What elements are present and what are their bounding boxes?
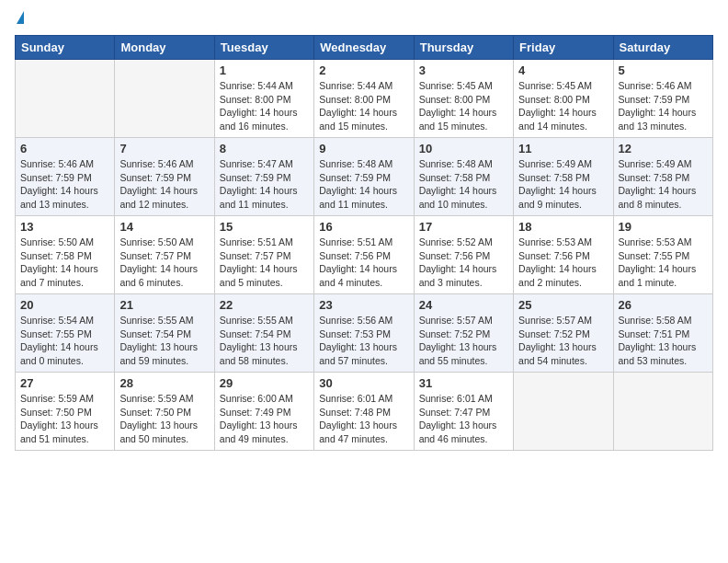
calendar-day-cell: 27Sunrise: 5:59 AM Sunset: 7:50 PM Dayli…: [16, 373, 115, 451]
calendar-weekday-header: Friday: [514, 36, 613, 60]
day-number: 4: [518, 63, 608, 77]
day-info: Sunrise: 5:46 AM Sunset: 7:59 PM Dayligh…: [20, 157, 109, 212]
calendar-weekday-header: Wednesday: [314, 36, 414, 60]
day-number: 15: [220, 220, 309, 234]
calendar-week-row: 20Sunrise: 5:54 AM Sunset: 7:55 PM Dayli…: [16, 294, 713, 373]
day-number: 25: [518, 298, 608, 312]
calendar-day-cell: 26Sunrise: 5:58 AM Sunset: 7:51 PM Dayli…: [613, 294, 712, 373]
calendar-day-cell: 20Sunrise: 5:54 AM Sunset: 7:55 PM Dayli…: [16, 294, 115, 373]
day-number: 13: [20, 220, 109, 234]
day-number: 16: [319, 220, 408, 234]
logo-icon: [17, 11, 24, 24]
day-info: Sunrise: 5:49 AM Sunset: 7:58 PM Dayligh…: [619, 157, 708, 212]
day-number: 23: [319, 298, 408, 312]
day-info: Sunrise: 5:45 AM Sunset: 8:00 PM Dayligh…: [518, 79, 608, 133]
calendar-day-cell: 23Sunrise: 5:56 AM Sunset: 7:53 PM Dayli…: [314, 294, 414, 373]
day-number: 30: [319, 376, 408, 390]
day-info: Sunrise: 5:51 AM Sunset: 7:56 PM Dayligh…: [319, 236, 408, 290]
day-info: Sunrise: 6:00 AM Sunset: 7:49 PM Dayligh…: [220, 392, 309, 446]
day-number: 3: [419, 63, 508, 77]
calendar-day-cell: 24Sunrise: 5:57 AM Sunset: 7:52 PM Dayli…: [414, 294, 513, 373]
day-number: 11: [518, 142, 608, 155]
day-number: 17: [419, 220, 508, 234]
day-info: Sunrise: 5:50 AM Sunset: 7:58 PM Dayligh…: [20, 236, 109, 290]
calendar-day-cell: [514, 373, 613, 451]
calendar-day-cell: 21Sunrise: 5:55 AM Sunset: 7:54 PM Dayli…: [115, 294, 214, 373]
day-number: 1: [220, 63, 309, 77]
calendar-day-cell: 25Sunrise: 5:57 AM Sunset: 7:52 PM Dayli…: [514, 294, 613, 373]
calendar-day-cell: 31Sunrise: 6:01 AM Sunset: 7:47 PM Dayli…: [414, 373, 513, 451]
day-info: Sunrise: 5:54 AM Sunset: 7:55 PM Dayligh…: [20, 314, 109, 368]
calendar-day-cell: 8Sunrise: 5:47 AM Sunset: 7:59 PM Daylig…: [214, 138, 313, 216]
calendar-day-cell: 18Sunrise: 5:53 AM Sunset: 7:56 PM Dayli…: [514, 216, 613, 294]
day-info: Sunrise: 5:44 AM Sunset: 8:00 PM Dayligh…: [319, 79, 408, 133]
day-info: Sunrise: 5:44 AM Sunset: 8:00 PM Dayligh…: [220, 79, 309, 133]
day-number: 31: [419, 376, 508, 390]
calendar-weekday-header: Monday: [115, 36, 214, 60]
calendar-day-cell: 10Sunrise: 5:48 AM Sunset: 7:58 PM Dayli…: [414, 138, 513, 216]
calendar-day-cell: 1Sunrise: 5:44 AM Sunset: 8:00 PM Daylig…: [214, 60, 313, 138]
calendar-day-cell: [16, 60, 115, 138]
day-info: Sunrise: 6:01 AM Sunset: 7:48 PM Dayligh…: [319, 392, 408, 446]
calendar-body: 1Sunrise: 5:44 AM Sunset: 8:00 PM Daylig…: [16, 60, 713, 451]
calendar-day-cell: 19Sunrise: 5:53 AM Sunset: 7:55 PM Dayli…: [613, 216, 712, 294]
day-number: 5: [619, 63, 708, 77]
day-info: Sunrise: 5:59 AM Sunset: 7:50 PM Dayligh…: [20, 392, 109, 446]
day-info: Sunrise: 5:58 AM Sunset: 7:51 PM Dayligh…: [619, 314, 708, 368]
day-number: 18: [518, 220, 608, 234]
calendar-day-cell: 6Sunrise: 5:46 AM Sunset: 7:59 PM Daylig…: [16, 138, 115, 216]
day-number: 10: [419, 142, 508, 155]
day-info: Sunrise: 5:51 AM Sunset: 7:57 PM Dayligh…: [220, 236, 309, 290]
calendar-day-cell: 5Sunrise: 5:46 AM Sunset: 7:59 PM Daylig…: [613, 60, 712, 138]
day-info: Sunrise: 5:46 AM Sunset: 7:59 PM Dayligh…: [119, 157, 209, 212]
day-number: 21: [119, 298, 209, 312]
calendar-week-row: 13Sunrise: 5:50 AM Sunset: 7:58 PM Dayli…: [16, 216, 713, 294]
day-info: Sunrise: 5:48 AM Sunset: 7:59 PM Dayligh…: [319, 157, 408, 212]
calendar-day-cell: 16Sunrise: 5:51 AM Sunset: 7:56 PM Dayli…: [314, 216, 414, 294]
day-info: Sunrise: 5:53 AM Sunset: 7:55 PM Dayligh…: [619, 236, 708, 290]
day-number: 24: [419, 298, 508, 312]
day-number: 12: [619, 142, 708, 155]
day-number: 14: [119, 220, 209, 234]
day-info: Sunrise: 5:55 AM Sunset: 7:54 PM Dayligh…: [119, 314, 209, 368]
calendar-week-row: 1Sunrise: 5:44 AM Sunset: 8:00 PM Daylig…: [16, 60, 713, 138]
calendar-day-cell: 17Sunrise: 5:52 AM Sunset: 7:56 PM Dayli…: [414, 216, 513, 294]
page-header: [15, 15, 713, 28]
day-number: 8: [220, 142, 309, 155]
calendar-day-cell: 7Sunrise: 5:46 AM Sunset: 7:59 PM Daylig…: [115, 138, 214, 216]
day-info: Sunrise: 5:56 AM Sunset: 7:53 PM Dayligh…: [319, 314, 408, 368]
day-number: 22: [220, 298, 309, 312]
day-info: Sunrise: 5:59 AM Sunset: 7:50 PM Dayligh…: [119, 392, 209, 446]
calendar-day-cell: 11Sunrise: 5:49 AM Sunset: 7:58 PM Dayli…: [514, 138, 613, 216]
day-number: 6: [20, 142, 109, 155]
day-info: Sunrise: 5:49 AM Sunset: 7:58 PM Dayligh…: [518, 157, 608, 212]
day-info: Sunrise: 5:52 AM Sunset: 7:56 PM Dayligh…: [419, 236, 508, 290]
day-info: Sunrise: 5:45 AM Sunset: 8:00 PM Dayligh…: [419, 79, 508, 133]
day-number: 19: [619, 220, 708, 234]
calendar-day-cell: [115, 60, 214, 138]
day-number: 27: [20, 376, 109, 390]
calendar-week-row: 6Sunrise: 5:46 AM Sunset: 7:59 PM Daylig…: [16, 138, 713, 216]
day-info: Sunrise: 5:48 AM Sunset: 7:58 PM Dayligh…: [419, 157, 508, 212]
calendar-weekday-header: Sunday: [16, 36, 115, 60]
day-number: 2: [319, 63, 408, 77]
calendar-day-cell: 22Sunrise: 5:55 AM Sunset: 7:54 PM Dayli…: [214, 294, 313, 373]
day-number: 7: [119, 142, 209, 155]
calendar-day-cell: 3Sunrise: 5:45 AM Sunset: 8:00 PM Daylig…: [414, 60, 513, 138]
logo: [15, 15, 24, 28]
day-info: Sunrise: 6:01 AM Sunset: 7:47 PM Dayligh…: [419, 392, 508, 446]
calendar-day-cell: 9Sunrise: 5:48 AM Sunset: 7:59 PM Daylig…: [314, 138, 414, 216]
day-number: 28: [119, 376, 209, 390]
calendar-week-row: 27Sunrise: 5:59 AM Sunset: 7:50 PM Dayli…: [16, 373, 713, 451]
day-info: Sunrise: 5:57 AM Sunset: 7:52 PM Dayligh…: [419, 314, 508, 368]
day-info: Sunrise: 5:47 AM Sunset: 7:59 PM Dayligh…: [220, 157, 309, 212]
calendar-day-cell: 30Sunrise: 6:01 AM Sunset: 7:48 PM Dayli…: [314, 373, 414, 451]
calendar-day-cell: 12Sunrise: 5:49 AM Sunset: 7:58 PM Dayli…: [613, 138, 712, 216]
calendar-table: SundayMondayTuesdayWednesdayThursdayFrid…: [15, 35, 713, 451]
calendar-weekday-header: Thursday: [414, 36, 513, 60]
calendar-weekday-header: Tuesday: [214, 36, 313, 60]
calendar-header-row: SundayMondayTuesdayWednesdayThursdayFrid…: [16, 36, 713, 60]
calendar-day-cell: 29Sunrise: 6:00 AM Sunset: 7:49 PM Dayli…: [214, 373, 313, 451]
day-info: Sunrise: 5:50 AM Sunset: 7:57 PM Dayligh…: [119, 236, 209, 290]
calendar-day-cell: 2Sunrise: 5:44 AM Sunset: 8:00 PM Daylig…: [314, 60, 414, 138]
